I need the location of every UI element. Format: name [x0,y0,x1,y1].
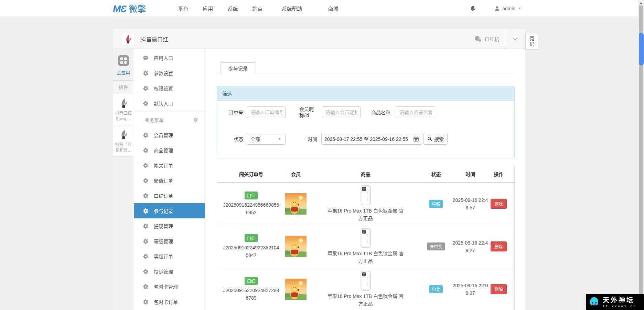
menu-item[interactable]: 投诉管理 [134,264,205,279]
collapse-header-button[interactable] [504,29,525,49]
menu-item[interactable]: 参与记录 [134,203,205,218]
watermark-text: 天外神坛 tt.ccoox.cn [603,297,636,308]
rail-plugin-list: 抖音口红机wap... 抖音口红机积分... [113,94,134,157]
order-number: J202509162249566608566952 [222,201,280,216]
nav-item[interactable]: 系统 [223,5,243,12]
menu-item-label: 参数设置 [154,70,173,76]
delete-button[interactable]: 删除 [491,199,506,209]
primary-nav: 平台应用系统站点 系统帮助商城 [171,5,345,12]
product-name-input[interactable] [396,106,435,118]
product-cell: 苹果16 Pro Max 1TB 白色钛金属 官方正品 [311,228,420,265]
menu-item[interactable]: 默认入口 [134,96,205,111]
menu-item[interactable]: 等级管理 [134,234,205,249]
vertical-scrollbar[interactable]: ▲ [638,0,644,310]
member-nickname-input[interactable] [322,106,361,118]
nav-item[interactable]: 平台 [173,5,193,12]
menu-item-label: 提现管理 [154,223,173,229]
status-cell: 中奖 [420,200,452,208]
app-icon [121,32,135,46]
tab-participation-records[interactable]: 参与记录 [220,62,256,74]
order-cell: 口红 J202509162249566608566952 [222,192,280,216]
column-header-action: 操作 [488,170,509,177]
menu-item[interactable]: 参数设置 [134,65,205,81]
module-rail: 主应用 插件 抖音口红机wap... 抖音口红机积分... [113,49,134,310]
order-number-input[interactable] [247,106,286,118]
product-name: 苹果16 Pro Max 1TB 白色钛金属 官方正品 [326,250,405,265]
menu-item[interactable]: 包时卡管理 [134,279,205,294]
notification-bell-icon[interactable] [470,5,476,12]
rail-item-plugin[interactable]: 抖音口红机积分... [113,125,134,157]
nav-item[interactable]: 系统帮助 [277,5,307,12]
member-avatar [285,193,307,215]
delete-button[interactable]: 删除 [491,284,506,294]
menu-item[interactable]: 闯关订单 [134,158,205,173]
lipstick-plugin-icon [118,97,129,108]
menu-item[interactable]: 储值订单 [134,173,205,188]
caret-down-icon: ▼ [274,133,285,144]
delete-button[interactable]: 删除 [491,241,506,251]
menu-item-icon [143,269,149,275]
column-header-time: 时间 [452,170,488,177]
status-badge: 未中奖 [427,242,444,250]
caret-down-icon: ▼ [518,7,521,10]
status-select[interactable]: 全部 ▼ [247,133,286,145]
scrollbar-thumb[interactable] [639,33,644,65]
action-cell: 删除 [488,284,509,294]
column-header-member: 会员 [280,170,311,177]
weengine-logo[interactable]: MƐ 微擎 [113,2,146,14]
nav-item[interactable]: 站点 [247,5,267,12]
section-gear-icon[interactable] [193,117,198,122]
status-label: 状态 [234,135,243,142]
status-cell: 中奖 [420,285,452,293]
order-number: J202509162249223821045847 [222,244,280,259]
menu-item[interactable]: 会员管理 [134,127,205,143]
user-icon [494,6,500,12]
time-cell: 2025-09-16 22:49:57 [452,196,488,211]
product-name: 苹果16 Pro Max 1TB 白色钛金属 官方正品 [326,292,405,308]
member-avatar [285,236,307,257]
watermark: 天外神坛 tt.ccoox.cn [586,294,644,310]
action-cell: 删除 [488,199,509,209]
search-button[interactable]: 搜索 [423,133,448,145]
product-image [359,228,373,248]
menu-item[interactable]: 等级订单 [134,249,205,264]
menu-item-icon [143,163,149,168]
member-nickname-label: 会员昵称/id [299,106,318,118]
topbar: MƐ 微擎 平台应用系统站点 系统帮助商城 admin ▼ [0,0,644,17]
product-name-label: 商品名称 [371,109,390,116]
search-button-label: 搜索 [434,135,444,142]
menu-item-label: 参与记录 [154,207,173,214]
menu-item-icon [143,299,149,305]
action-cell: 删除 [488,241,509,251]
date-range-input[interactable]: 2025-08-17 22:55 至 2025-09-16 22:55 [321,133,422,145]
menu-business-list: 会员管理 商品管理 闯关订单 [134,127,205,309]
rail-item-main-app[interactable]: 主应用 [113,49,134,80]
menu-item[interactable]: 权限设置 [134,81,205,96]
order-number-label: 订单号 [229,109,243,116]
menu-item[interactable]: 提现管理 [134,218,205,234]
channel-switcher[interactable]: 口红机 [474,35,499,42]
rail-plugin-label: 抖音口红机积分... [114,142,133,153]
app-panel-body: 主应用 插件 抖音口红机wap... 抖音口红机积分... [113,49,525,310]
table-header-row: 闯关订单号 会员 商品 状态 时间 操作 [217,165,514,183]
scroll-up-arrow-icon[interactable]: ▲ [638,0,644,6]
product-image [359,271,373,291]
nav-group-primary: 平台应用系统站点 [171,5,270,12]
grid-icon [118,55,129,66]
user-menu[interactable]: admin ▼ [494,6,521,12]
rail-item-plugin[interactable]: 抖音口红机wap... [113,94,134,125]
nav-item[interactable]: 应用 [198,5,218,12]
menu-item-icon [143,223,149,229]
menu-item[interactable]: 包时卡订单 [134,294,205,309]
member-cell [280,193,311,215]
nav-item[interactable]: 商城 [323,5,343,12]
record-time: 2025-09-16 22:49:27 [452,239,488,254]
status-select-value: 全部 [247,135,274,142]
menu-item[interactable]: 应用入口 [134,50,205,65]
menu-item-label: 等级管理 [154,238,173,245]
widescreen-toggle[interactable]: 宽屏 [525,34,538,50]
order-number: J202509162209248272886789 [222,287,280,302]
member-cell [280,236,311,257]
menu-item[interactable]: 商品管理 [134,143,205,158]
menu-item[interactable]: 口红订单 [134,188,205,203]
